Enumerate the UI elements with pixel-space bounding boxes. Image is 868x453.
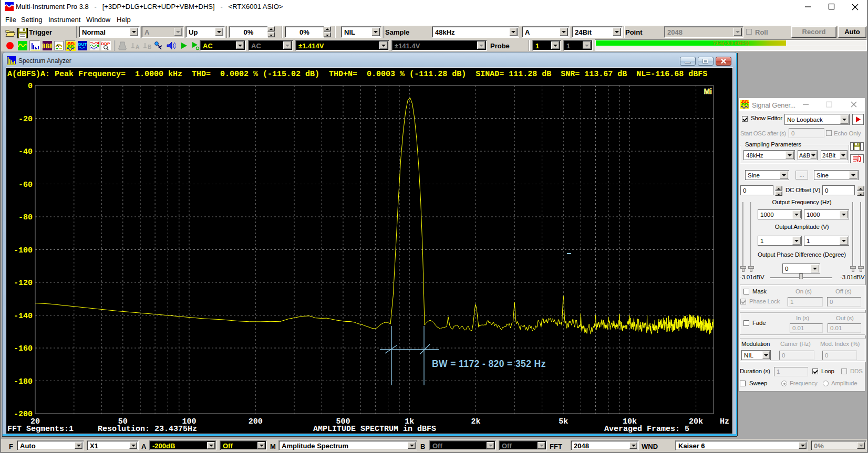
svg-text:-180: -180	[14, 377, 33, 386]
svg-text:DUT: DUT	[78, 42, 87, 47]
svg-text:-40: -40	[18, 148, 33, 156]
svg-text:888: 888	[43, 43, 52, 50]
svg-text:Mi: Mi	[704, 87, 712, 96]
svg-text:FFT Segments:1: FFT Segments:1	[7, 425, 74, 434]
svg-text:Hz: Hz	[720, 417, 729, 426]
svg-text:-120: -120	[14, 279, 33, 288]
svg-text:-140: -140	[14, 312, 33, 321]
svg-text:-20: -20	[18, 115, 33, 124]
svg-text:Resolution: 23.4375Hz: Resolution: 23.4375Hz	[98, 425, 197, 434]
svg-text:20k: 20k	[689, 417, 703, 426]
svg-text:0: 0	[28, 82, 33, 91]
svg-text:200: 200	[249, 417, 263, 426]
svg-text:-100: -100	[14, 246, 33, 255]
svg-text:-80: -80	[18, 213, 33, 222]
svg-text:-60: -60	[18, 181, 33, 189]
svg-text:BW = 1172 - 820 = 352 Hz: BW = 1172 - 820 = 352 Hz	[432, 359, 546, 369]
svg-text:-160: -160	[14, 344, 33, 353]
svg-text:Averaged Frames: 5: Averaged Frames: 5	[604, 425, 689, 434]
svg-text:5k: 5k	[559, 417, 568, 426]
svg-text:A: A	[136, 44, 139, 50]
svg-text:B: B	[148, 44, 151, 50]
svg-text:-200: -200	[14, 410, 33, 419]
svg-text:2k: 2k	[471, 417, 480, 426]
svg-text:AMPLITUDE SPECTRUM in dBFS: AMPLITUDE SPECTRUM in dBFS	[313, 425, 436, 434]
